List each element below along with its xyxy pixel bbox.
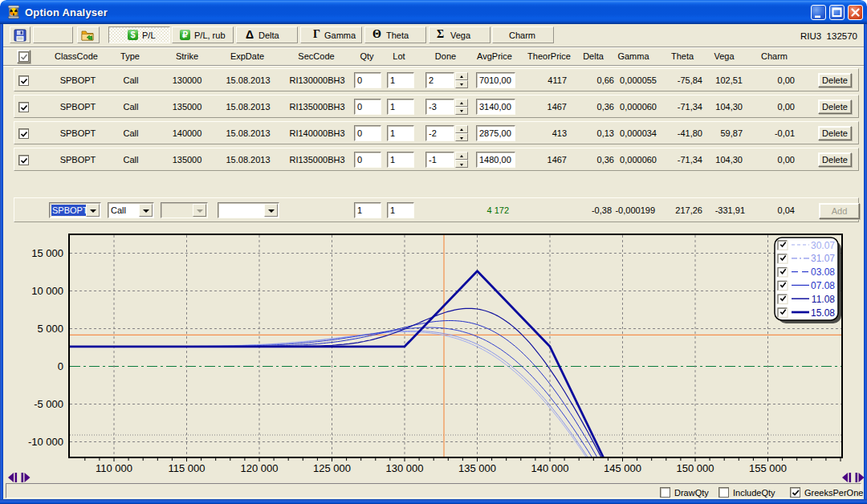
svg-text:11.08: 11.08	[812, 294, 835, 305]
svg-text:135 000: 135 000	[458, 462, 496, 474]
svg-text:145 000: 145 000	[604, 462, 641, 474]
svg-text:10 000: 10 000	[31, 285, 63, 297]
svg-text:130 000: 130 000	[386, 462, 424, 474]
svg-text:120 000: 120 000	[241, 462, 279, 474]
svg-text:115 000: 115 000	[168, 462, 205, 474]
svg-text:125 000: 125 000	[313, 462, 351, 474]
svg-text:0: 0	[58, 360, 63, 372]
svg-text:-5 000: -5 000	[34, 398, 63, 410]
svg-text:-10 000: -10 000	[28, 436, 63, 448]
svg-text:07.08: 07.08	[811, 280, 835, 291]
svg-text:15 000: 15 000	[31, 247, 63, 259]
svg-text:31.07: 31.07	[811, 253, 835, 264]
svg-text:15.08: 15.08	[811, 307, 835, 319]
svg-text:155 000: 155 000	[749, 462, 787, 474]
svg-text:140 000: 140 000	[531, 462, 569, 474]
svg-text:150 000: 150 000	[677, 462, 714, 474]
svg-text:30.07: 30.07	[811, 240, 835, 251]
svg-text:110 000: 110 000	[96, 462, 132, 474]
svg-text:5 000: 5 000	[37, 323, 63, 335]
svg-text:03.08: 03.08	[811, 266, 835, 278]
